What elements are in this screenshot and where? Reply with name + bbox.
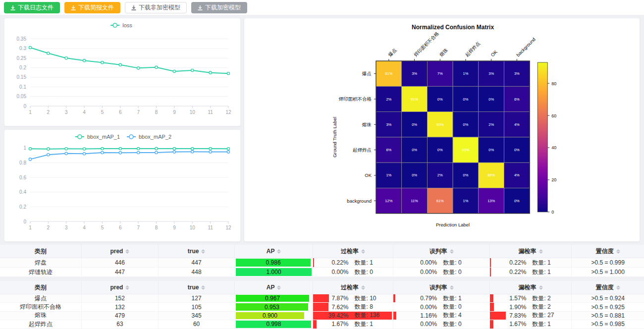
x-tick-label: 1 <box>29 225 32 230</box>
column-header-label: true <box>188 284 199 291</box>
column-header-label: 误判率 <box>429 247 447 256</box>
true-count-cell: 127 <box>159 294 235 302</box>
column-header-漏检率[interactable]: 漏检率 <box>490 281 572 294</box>
sort-icon[interactable] <box>450 249 454 254</box>
rate-count: 数量: 0 <box>443 268 474 276</box>
matrix-row-label: OK <box>365 172 372 178</box>
sort-icon[interactable] <box>201 249 205 254</box>
sort-icon[interactable] <box>125 285 129 290</box>
sort-icon[interactable] <box>277 249 281 254</box>
data-point <box>173 147 175 150</box>
sort-icon[interactable] <box>361 285 365 290</box>
sort-icon[interactable] <box>277 285 281 290</box>
rate-cell: 0.00%数量: 0 <box>393 320 490 328</box>
matrix-cell-value: 89% <box>487 173 495 177</box>
download-plain-model-button[interactable]: 下载非加密模型 <box>125 2 187 13</box>
rate-percent: 0.00% <box>409 259 437 266</box>
x-tick-label: 7 <box>137 110 140 115</box>
confidence-cell: >0.5 = 0.924 <box>572 294 644 302</box>
charts-section: 00.050.10.150.20.250.30.3512345678910111… <box>0 15 644 245</box>
sort-icon[interactable] <box>450 285 454 290</box>
rate-percent: 1.16% <box>409 312 437 319</box>
data-point <box>191 151 194 153</box>
column-header-类别: 类别 <box>0 245 82 258</box>
matrix-row-label: 焊印面积不合格 <box>339 96 372 102</box>
column-header-置信度[interactable]: 置信度 <box>572 245 644 258</box>
class-name-cell: 爆点 <box>0 294 82 302</box>
x-tick-label: 8 <box>155 110 158 115</box>
column-header-漏检率[interactable]: 漏检率 <box>490 245 572 258</box>
matrix-cell-value: 12% <box>385 199 392 203</box>
sort-icon[interactable] <box>616 285 620 290</box>
rate-percent: 0.00% <box>321 269 349 275</box>
download-encrypted-model-button[interactable]: 下载加密模型 <box>191 2 247 13</box>
column-header-误判率[interactable]: 误判率 <box>393 245 490 258</box>
rate-percent: 0.22% <box>321 259 349 266</box>
sort-icon[interactable] <box>616 249 620 254</box>
download-encrypted-model-label: 下载加密模型 <box>205 3 241 12</box>
column-header-pred[interactable]: pred <box>82 281 159 294</box>
column-header-pred[interactable]: pred <box>82 245 159 258</box>
rate-count: 数量: 8 <box>355 303 385 311</box>
column-header-误判率[interactable]: 误判率 <box>393 281 490 294</box>
series-line-loss <box>30 48 228 73</box>
colorbar-tick-label: 0 <box>551 210 554 215</box>
download-report-button[interactable]: 下载简报文件 <box>64 2 120 13</box>
matrix-col-label: 起焊炸点 <box>464 41 482 58</box>
ap-cell: 0.967 <box>235 294 313 302</box>
sort-icon[interactable] <box>361 249 365 254</box>
download-icon <box>71 5 76 10</box>
matrix-col-label: 熔珠 <box>438 47 449 58</box>
ap-cell: 0.998 <box>235 320 313 328</box>
download-icon <box>198 5 203 10</box>
legend-item-bbox_mAP_1[interactable]: bbox_mAP_1 <box>75 134 120 140</box>
sort-icon[interactable] <box>539 249 543 254</box>
data-point <box>209 71 212 74</box>
data-point <box>227 151 229 153</box>
rate-count: 数量: 1 <box>532 259 563 267</box>
legend-item-loss[interactable]: loss <box>110 22 132 28</box>
colorbar <box>537 62 547 212</box>
matrix-cell-value: 0% <box>514 199 520 203</box>
series-line-bbox_mAP_1 <box>30 149 228 149</box>
column-header-置信度[interactable]: 置信度 <box>572 281 644 294</box>
sort-icon[interactable] <box>201 285 205 290</box>
column-header-过检率[interactable]: 过检率 <box>313 281 394 294</box>
rate-count: 数量: 27 <box>532 312 563 320</box>
colorbar-tick-label: 80 <box>551 81 556 86</box>
table-row: 焊缝轨迹4474481.0000.00%数量: 00.00%数量: 00.22%… <box>0 268 644 277</box>
rate-count: 数量: 1 <box>355 320 385 328</box>
rate-percent: 0.22% <box>498 259 526 266</box>
true-count-cell: 447 <box>159 258 235 267</box>
data-point <box>209 151 212 153</box>
matrix-cell-value: 90% <box>436 122 444 127</box>
download-log-button[interactable]: 下载日志文件 <box>4 2 60 13</box>
map-chart: 00.20.40.60.81123456789101112bbox_mAP_1b… <box>4 130 241 240</box>
matrix-cell-value: 1% <box>463 199 469 203</box>
x-tick-label: 10 <box>190 110 196 115</box>
column-header-true[interactable]: true <box>159 245 235 258</box>
column-header-类别: 类别 <box>0 281 82 294</box>
rate-count: 数量: 1 <box>443 294 474 302</box>
sort-icon[interactable] <box>539 285 543 290</box>
data-point <box>101 151 104 154</box>
column-header-AP[interactable]: AP <box>235 281 313 294</box>
column-header-过检率[interactable]: 过检率 <box>313 245 394 258</box>
column-header-true[interactable]: true <box>159 281 235 294</box>
matrix-cell-value: 1% <box>463 71 469 76</box>
column-header-label: 类别 <box>35 247 47 256</box>
x-tick-label: 11 <box>208 110 213 115</box>
rate-count: 数量: 0 <box>443 303 474 311</box>
column-header-AP[interactable]: AP <box>235 245 313 258</box>
confidence-cell: >0.5 = 0.925 <box>572 303 644 311</box>
legend-item-bbox_mAP_2[interactable]: bbox_mAP_2 <box>127 134 171 140</box>
matrix-cell-value: 61% <box>436 199 444 203</box>
data-point <box>83 59 85 62</box>
sort-icon[interactable] <box>125 249 129 254</box>
y-tick-label: 0.05 <box>17 94 27 99</box>
summary-table-defects: 类别predtrueAP过检率误判率漏检率置信度爆点1521270.9677.8… <box>0 281 644 329</box>
rate-cell: 0.00%数量: 0 <box>393 268 490 276</box>
rate-cell: 7.83%数量: 27 <box>490 312 572 320</box>
x-tick-label: 11 <box>208 225 213 230</box>
matrix-cell-value: 3% <box>412 71 417 76</box>
